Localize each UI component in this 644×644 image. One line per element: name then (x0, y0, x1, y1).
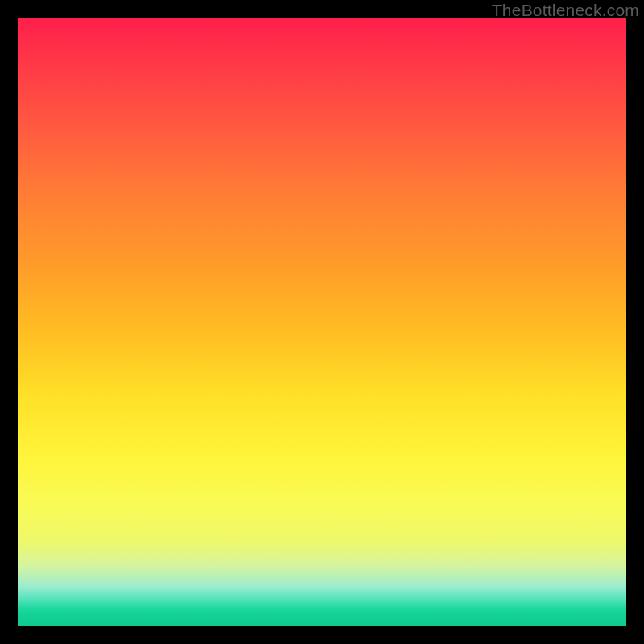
plot-background-gradient (18, 18, 626, 626)
watermark-text: TheBottleneck.com (492, 1, 639, 20)
plot-frame (18, 18, 626, 626)
figure: TheBottleneck.com (0, 0, 644, 644)
